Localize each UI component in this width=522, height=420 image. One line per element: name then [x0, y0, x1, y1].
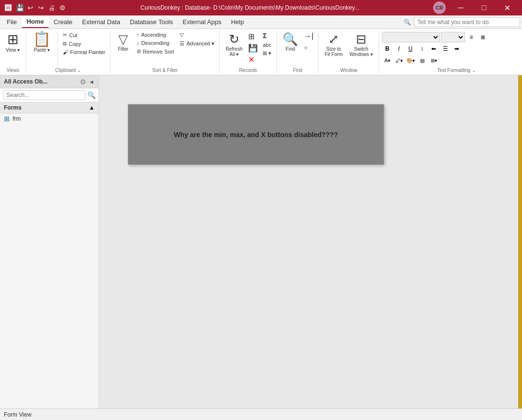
status-bar: Form View	[0, 408, 522, 420]
delete-record-button[interactable]: ✕	[246, 54, 260, 65]
menu-create[interactable]: Create	[49, 16, 77, 28]
refresh-label: RefreshAll ▾	[226, 46, 242, 57]
menu-file[interactable]: File	[2, 16, 22, 28]
switch-windows-label: SwitchWindows ▾	[350, 46, 373, 57]
font-color-button[interactable]: A▾	[382, 55, 393, 66]
save-record-button[interactable]: 💾	[246, 42, 260, 54]
nav-item-frm-label: frm	[13, 115, 21, 122]
filter-extra-buttons: ▽ ☰Advanced ▾	[178, 31, 216, 48]
navigation-pane: All Access Ob... ⊙ ◂ 🔍 Forms ▲ ⊞ frm	[0, 75, 99, 408]
new-record-icon: ⊞	[248, 32, 254, 41]
menu-external-apps[interactable]: External Apps	[178, 16, 226, 28]
title-bar-left: 🅰 💾 ↩ ↪ 🖨 ⚙	[4, 3, 67, 12]
right-accent-bar	[518, 75, 522, 408]
menu-external-data[interactable]: External Data	[77, 16, 125, 28]
descending-button[interactable]: ↓Descending	[135, 39, 176, 47]
menu-database-tools[interactable]: Database Tools	[125, 16, 178, 28]
find-more-buttons: →| ⬦	[302, 31, 315, 52]
list-bullets-button[interactable]: ≡	[466, 32, 477, 42]
debug-icon[interactable]: ⚙	[58, 3, 67, 12]
find-icon: 🔍	[282, 33, 298, 45]
menu-help[interactable]: Help	[226, 16, 249, 28]
nav-pane-header: All Access Ob... ⊙ ◂	[0, 75, 99, 88]
copy-button[interactable]: ⧉Copy	[61, 40, 107, 48]
switch-windows-icon: ⊟	[356, 33, 367, 45]
more-records-button[interactable]: ⊞ ▾	[261, 49, 273, 57]
totals-button[interactable]: Σ	[261, 31, 273, 41]
underline-button[interactable]: U	[405, 43, 416, 54]
cut-button[interactable]: ✂Cut	[61, 31, 107, 39]
advanced-button[interactable]: ☰Advanced ▾	[178, 40, 216, 48]
align-center-button[interactable]: ☰	[440, 43, 451, 54]
maximize-button[interactable]: □	[473, 0, 495, 15]
line-spacing-button[interactable]: ↕	[417, 43, 427, 54]
nav-pane-buttons: ⊙ ◂	[79, 77, 95, 86]
toggle-filter-button[interactable]: ▽	[178, 31, 216, 39]
toggle-filter-icon: ▽	[180, 32, 183, 38]
size-to-form-button[interactable]: ⤢ Size toFit Form	[322, 31, 345, 59]
paste-button[interactable]: 📋 Paste ▾	[29, 31, 55, 54]
menu-home[interactable]: Home	[22, 16, 49, 28]
nav-search-icon[interactable]: 🔍	[87, 91, 96, 99]
alternate-row-button[interactable]: ▤	[417, 55, 427, 66]
ribbon-group-sort-filter: ▽ Filter ↑Ascending ↓Descending ⊘Remove …	[111, 31, 220, 73]
list-numbers-button[interactable]: ≣	[478, 32, 488, 42]
ribbon-group-views: ⊞ View ▾ Views	[0, 31, 26, 73]
save-icon[interactable]: 💾	[15, 3, 24, 12]
undo-icon[interactable]: ↩	[26, 3, 35, 12]
minimize-button[interactable]: ─	[450, 0, 472, 15]
form-question-text: Why are the min, max, and X buttons disa…	[174, 131, 338, 139]
window-controls: ─ □ ✕	[450, 0, 518, 15]
descending-icon: ↓	[137, 40, 140, 46]
align-right-button[interactable]: ➡	[451, 43, 462, 54]
refresh-button[interactable]: ↻ RefreshAll ▾	[223, 31, 245, 59]
nav-pane-menu-button[interactable]: ⊙	[79, 77, 87, 86]
close-button[interactable]: ✕	[496, 0, 518, 15]
new-record-button[interactable]: ⊞	[246, 31, 260, 42]
menu-search-input[interactable]	[414, 17, 520, 27]
nav-section-forms-header[interactable]: Forms ▲	[0, 102, 99, 113]
form-window-content: Why are the min, max, and X buttons disa…	[128, 105, 383, 164]
nav-item-frm[interactable]: ⊞ frm	[0, 113, 99, 124]
group-label-views: Views	[6, 67, 19, 73]
italic-button[interactable]: I	[394, 43, 404, 54]
spelling-icon: abc	[263, 42, 271, 48]
view-icon: ⊞	[7, 33, 18, 46]
ribbon: ⊞ View ▾ Views 📋 Paste ▾ ✂Cut ⧉Copy 🖌For	[0, 29, 522, 75]
group-label-records: Records	[239, 67, 257, 73]
font-name-select[interactable]	[382, 32, 440, 42]
redo-icon[interactable]: ↪	[37, 3, 45, 12]
font-size-select[interactable]	[441, 32, 465, 42]
replace-button[interactable]: →|	[302, 31, 315, 42]
bold-button[interactable]: B	[382, 43, 393, 54]
format-painter-button[interactable]: 🖌Format Painter	[61, 48, 107, 56]
remove-sort-icon: ⊘	[137, 48, 141, 55]
nav-section-forms-title: Forms	[4, 104, 22, 111]
menu-search-area: 🔍	[404, 17, 520, 27]
avatar[interactable]: CR	[433, 1, 446, 14]
highlight-color-button[interactable]: 🖊▾	[394, 55, 404, 66]
ascending-button[interactable]: ↑Ascending	[135, 31, 176, 39]
content-area: Why are the min, max, and X buttons disa…	[99, 75, 522, 408]
spelling-button[interactable]: abc	[261, 41, 273, 49]
gridlines-button[interactable]: ⊞▾	[428, 55, 439, 66]
switch-windows-button[interactable]: ⊟ SwitchWindows ▾	[347, 31, 376, 59]
filter-button[interactable]: ▽ Filter	[113, 31, 133, 54]
find-button[interactable]: 🔍 Find	[280, 31, 301, 54]
records-more-buttons: Σ abc ⊞ ▾	[261, 31, 273, 57]
nav-pane-collapse-button[interactable]: ◂	[88, 77, 95, 86]
more-records-icon: ⊞ ▾	[263, 50, 271, 56]
remove-sort-button[interactable]: ⊘Remove Sort	[135, 47, 176, 56]
menu-bar: File Home Create External Data Database …	[0, 15, 522, 29]
ribbon-group-text-formatting: ≡ ≣ B I U ↕ ⬅ ☰ ➡ A▾ 🖊▾ 🎨▾ ▤ ⊞▾ Text For…	[379, 31, 522, 73]
cut-icon: ✂	[63, 32, 67, 38]
nav-search-input[interactable]	[3, 90, 85, 100]
select-button[interactable]: ⬦	[302, 42, 315, 52]
align-left-button[interactable]: ⬅	[428, 43, 439, 54]
filter-icon: ▽	[118, 33, 128, 45]
background-color-button[interactable]: 🎨▾	[405, 55, 416, 66]
print-icon[interactable]: 🖨	[47, 3, 56, 12]
view-button[interactable]: ⊞ View ▾	[3, 31, 23, 55]
group-label-find: Find	[293, 67, 302, 73]
size-to-form-label: Size toFit Form	[324, 46, 342, 57]
